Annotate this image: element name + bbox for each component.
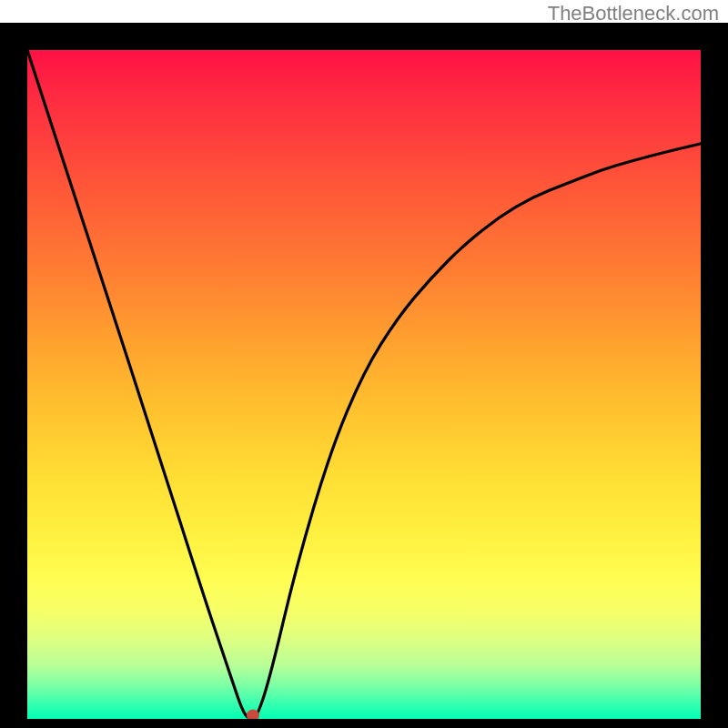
plot-area xyxy=(27,50,701,719)
bottleneck-curve xyxy=(27,50,701,719)
chart-svg xyxy=(27,50,701,719)
chart-frame xyxy=(0,23,728,728)
watermark-text: TheBottleneck.com xyxy=(548,2,719,25)
